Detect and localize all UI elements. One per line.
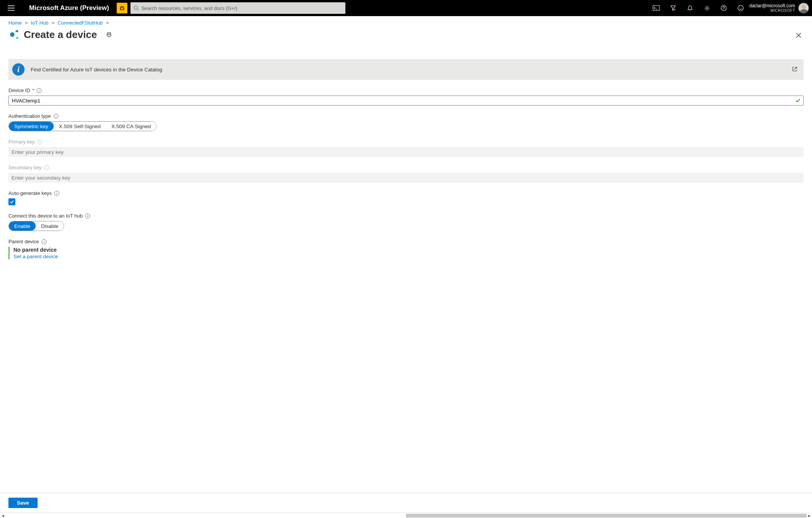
auto-generate-checkbox[interactable] — [8, 198, 15, 205]
scroll-thumb[interactable] — [406, 514, 807, 518]
hamburger-icon — [8, 5, 15, 11]
breadcrumb-iothub[interactable]: IoT Hub — [31, 20, 48, 26]
open-catalog-button[interactable] — [792, 66, 797, 73]
svg-line-30 — [794, 67, 797, 69]
scroll-left-arrow[interactable]: ◂ — [0, 513, 5, 518]
connect-disable-option[interactable]: Disable — [36, 221, 64, 231]
connect-hub-toggle: Enable Disable — [8, 221, 64, 231]
avatar — [798, 3, 809, 13]
page-header: Create a device — [0, 28, 812, 44]
auth-x509-ca-option[interactable]: X.509 CA Signed — [106, 122, 156, 131]
auth-type-toggle: Symmetric key X.509 Self-Signed X.509 CA… — [8, 121, 157, 131]
page-title: Create a device — [24, 29, 97, 41]
svg-point-45 — [56, 192, 57, 192]
scroll-track[interactable] — [5, 513, 807, 518]
pin-icon — [106, 32, 112, 38]
secondary-key-field: Secondary key — [8, 165, 804, 183]
svg-rect-26 — [107, 34, 111, 36]
svg-point-15 — [706, 7, 708, 9]
iot-device-icon — [8, 29, 20, 41]
parent-device-label: Parent device — [8, 239, 39, 244]
svg-line-8 — [120, 10, 121, 10]
svg-point-39 — [40, 140, 40, 141]
device-id-label: Device ID — [8, 87, 30, 93]
secondary-key-label: Secondary key — [8, 165, 41, 170]
auth-type-field: Authentication type Symmetric key X.509 … — [8, 113, 804, 131]
scroll-right-arrow[interactable]: ▸ — [807, 513, 812, 518]
svg-line-6 — [120, 7, 121, 8]
connect-hub-field: Connect this device to an IoT hub Enable… — [8, 213, 804, 231]
primary-key-label: Primary key — [8, 139, 35, 145]
svg-point-42 — [46, 166, 46, 167]
bug-icon — [119, 5, 125, 11]
svg-point-20 — [741, 7, 742, 7]
info-hint-icon[interactable] — [36, 88, 42, 93]
directory-filter-button[interactable] — [665, 0, 682, 16]
settings-button[interactable] — [698, 0, 715, 16]
connect-enable-option[interactable]: Enable — [9, 221, 36, 231]
auth-type-label: Authentication type — [8, 113, 51, 119]
svg-point-23 — [16, 37, 18, 39]
svg-point-19 — [739, 7, 740, 7]
connect-hub-label: Connect this device to an IoT hub — [8, 213, 83, 219]
info-hint-icon[interactable] — [37, 139, 43, 145]
search-placeholder: Search resources, services, and docs (G+… — [141, 5, 237, 11]
parent-device-field: Parent device No parent device Set a par… — [8, 239, 804, 259]
required-mark: * — [32, 87, 34, 93]
form-content: i Find Certified for Azure IoT devices i… — [0, 44, 812, 493]
brand-label[interactable]: Microsoft Azure (Preview) — [29, 4, 109, 12]
cloud-shell-button[interactable] — [648, 0, 665, 16]
svg-point-51 — [44, 240, 44, 241]
svg-point-3 — [121, 7, 124, 10]
info-icon: i — [12, 63, 25, 76]
svg-point-33 — [39, 89, 40, 89]
breadcrumb: Home > IoT Hub > ConnectedFSIotHub > — [0, 16, 812, 28]
hamburger-button[interactable] — [4, 0, 18, 16]
external-link-icon — [792, 66, 797, 72]
breadcrumb-hubname[interactable]: ConnectedFSIotHub — [58, 20, 103, 26]
device-id-input[interactable] — [8, 96, 804, 106]
info-hint-icon[interactable] — [44, 165, 49, 170]
save-button[interactable]: Save — [8, 498, 38, 508]
breadcrumb-sep: > — [106, 20, 109, 26]
info-hint-icon[interactable] — [85, 213, 90, 219]
auth-x509-self-option[interactable]: X.509 Self-Signed — [54, 122, 106, 131]
primary-key-input — [8, 147, 804, 157]
set-parent-link[interactable]: Set a parent device — [13, 254, 58, 259]
account-button[interactable]: daclar@microsoft.com MICROSOFT — [749, 3, 810, 13]
filter-icon — [670, 5, 676, 11]
pin-button[interactable] — [104, 30, 114, 40]
valid-check-icon — [795, 98, 800, 103]
smiley-icon — [738, 5, 744, 11]
check-icon — [10, 200, 14, 204]
svg-point-48 — [87, 214, 88, 215]
info-hint-icon[interactable] — [54, 191, 59, 196]
gear-icon — [704, 5, 710, 12]
breadcrumb-sep: > — [51, 20, 54, 26]
svg-line-11 — [137, 9, 139, 11]
breadcrumb-home[interactable]: Home — [8, 20, 22, 26]
svg-point-10 — [134, 6, 138, 10]
question-icon — [721, 5, 727, 11]
breadcrumb-sep: > — [25, 20, 28, 26]
auto-generate-field: Auto-generate keys — [8, 190, 804, 205]
svg-point-21 — [10, 32, 15, 37]
feedback-button[interactable] — [732, 0, 749, 16]
tenant-label: MICROSOFT — [749, 8, 795, 13]
info-hint-icon[interactable] — [41, 239, 47, 244]
cloud-shell-icon — [653, 5, 660, 11]
account-text: daclar@microsoft.com MICROSOFT — [749, 3, 795, 13]
info-hint-icon[interactable] — [53, 114, 59, 119]
notifications-button[interactable] — [682, 0, 698, 16]
bell-icon — [687, 5, 693, 11]
search-icon — [134, 5, 139, 11]
auth-symmetric-option[interactable]: Symmetric key — [9, 122, 54, 131]
preview-bug-button[interactable] — [117, 3, 127, 13]
info-banner: i Find Certified for Azure IoT devices i… — [8, 59, 804, 80]
svg-line-9 — [123, 10, 124, 10]
svg-line-7 — [123, 7, 124, 8]
global-search-input[interactable]: Search resources, services, and docs (G+… — [130, 2, 345, 14]
close-button[interactable] — [794, 30, 804, 40]
help-button[interactable] — [715, 0, 732, 16]
horizontal-scrollbar[interactable]: ◂ ▸ — [0, 513, 812, 518]
